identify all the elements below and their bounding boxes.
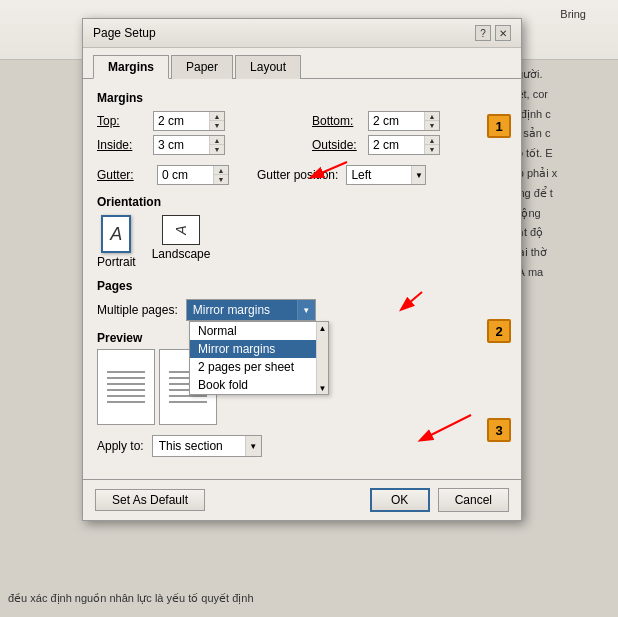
inside-input[interactable] xyxy=(154,136,209,154)
bottom-spinner[interactable]: ▲ ▼ xyxy=(368,111,440,131)
annotation-arrow-2 xyxy=(377,287,427,317)
pages-row: Multiple pages: Mirror margins ▼ Normal … xyxy=(97,299,507,321)
set-as-default-button[interactable]: Set As Default xyxy=(95,489,205,511)
landscape-label: Landscape xyxy=(152,247,211,261)
scroll-down[interactable]: ▼ xyxy=(317,382,328,394)
inside-spin-down[interactable]: ▼ xyxy=(210,145,224,154)
annotation-arrow-1 xyxy=(292,157,352,187)
tab-paper[interactable]: Paper xyxy=(171,55,233,79)
top-spin-up[interactable]: ▲ xyxy=(210,112,224,121)
multiple-pages-label: Multiple pages: xyxy=(97,303,178,317)
portrait-label: Portrait xyxy=(97,255,136,269)
preview-line xyxy=(107,395,145,397)
help-button[interactable]: ? xyxy=(475,25,491,41)
multiple-pages-value: Mirror margins xyxy=(187,303,297,317)
landscape-option[interactable]: A Landscape xyxy=(152,215,211,269)
orientation-label: Orientation xyxy=(97,195,507,209)
orientation-options: A Portrait A Landscape xyxy=(97,215,507,269)
ok-button[interactable]: OK xyxy=(370,488,430,512)
apply-to-value: This section xyxy=(153,439,245,453)
portrait-icon: A xyxy=(101,215,131,253)
bottom-input[interactable] xyxy=(369,112,424,130)
bg-footer-line: đều xác định nguồn nhân lực là yếu tố qu… xyxy=(0,592,618,605)
dropdown-item-bookfold[interactable]: Book fold xyxy=(190,376,328,394)
margins-section-label: Margins xyxy=(97,91,507,105)
bring-text: Bring xyxy=(560,8,586,20)
gutter-spin-up[interactable]: ▲ xyxy=(214,166,228,175)
orientation-section: Orientation A Portrait A Landscape xyxy=(97,195,507,269)
scroll-up[interactable]: ▲ xyxy=(317,322,328,334)
bottom-spin-up[interactable]: ▲ xyxy=(425,112,439,121)
inside-spinner-buttons: ▲ ▼ xyxy=(209,136,224,154)
footer-right-buttons: OK Cancel xyxy=(370,488,509,512)
annotation-arrow-3 xyxy=(401,410,481,450)
gutter-input[interactable] xyxy=(158,166,213,184)
outside-input[interactable] xyxy=(369,136,424,154)
dialog-body: Margins Top: ▲ ▼ Bottom: xyxy=(83,79,521,479)
gutter-row: Gutter: ▲ ▼ Gutter position: Left ▼ xyxy=(97,165,507,185)
bottom-spin-down[interactable]: ▼ xyxy=(425,121,439,130)
bottom-field-row: Bottom: ▲ ▼ xyxy=(312,111,507,131)
gutter-spinner[interactable]: ▲ ▼ xyxy=(157,165,229,185)
preview-line xyxy=(169,395,207,397)
bottom-spinner-buttons: ▲ ▼ xyxy=(424,112,439,130)
close-button[interactable]: ✕ xyxy=(495,25,511,41)
pages-section-label: Pages xyxy=(97,279,507,293)
dialog-title-bar: Page Setup ? ✕ xyxy=(83,19,521,48)
apply-to-select[interactable]: This section ▼ xyxy=(152,435,262,457)
top-spin-down[interactable]: ▼ xyxy=(210,121,224,130)
cancel-button[interactable]: Cancel xyxy=(438,488,509,512)
preview-line xyxy=(107,371,145,373)
outside-field-row: Outside: ▲ ▼ xyxy=(312,135,507,155)
tab-layout[interactable]: Layout xyxy=(235,55,301,79)
multiple-pages-select[interactable]: Mirror margins ▼ xyxy=(186,299,316,321)
inside-spinner[interactable]: ▲ ▼ xyxy=(153,135,225,155)
page-setup-dialog: Page Setup ? ✕ Margins Paper Layout Marg… xyxy=(82,18,522,521)
gutter-position-dropdown-arrow[interactable]: ▼ xyxy=(411,166,425,184)
dropdown-item-mirror[interactable]: Mirror margins xyxy=(190,340,328,358)
tab-margins[interactable]: Margins xyxy=(93,55,169,79)
landscape-icon: A xyxy=(162,215,200,245)
gutter-spin-down[interactable]: ▼ xyxy=(214,175,228,184)
tabs-row: Margins Paper Layout xyxy=(83,48,521,79)
landscape-letter: A xyxy=(173,225,189,234)
badge-3: 3 xyxy=(487,418,511,442)
outside-spinner-buttons: ▲ ▼ xyxy=(424,136,439,154)
dropdown-item-normal[interactable]: Normal xyxy=(190,322,328,340)
outside-spin-up[interactable]: ▲ xyxy=(425,136,439,145)
portrait-option[interactable]: A Portrait xyxy=(97,215,136,269)
scroll-track xyxy=(317,334,328,382)
inside-field-row: Inside: ▲ ▼ xyxy=(97,135,292,155)
gutter-label: Gutter: xyxy=(97,168,149,182)
gutter-position-value: Left xyxy=(347,168,411,182)
preview-line xyxy=(107,383,145,385)
dropdown-item-2pages[interactable]: 2 pages per sheet xyxy=(190,358,328,376)
badge-1: 1 xyxy=(487,114,511,138)
gutter-spinner-buttons: ▲ ▼ xyxy=(213,166,228,184)
top-field-row: Top: ▲ ▼ xyxy=(97,111,292,131)
dropdown-scrollbar: ▲ ▼ xyxy=(316,322,328,394)
inside-spin-up[interactable]: ▲ xyxy=(210,136,224,145)
multiple-pages-dropdown-list[interactable]: Normal Mirror margins 2 pages per sheet … xyxy=(189,321,329,395)
outside-label: Outside: xyxy=(312,138,364,152)
multiple-pages-dropdown-arrow[interactable]: ▼ xyxy=(297,300,315,320)
top-spinner[interactable]: ▲ ▼ xyxy=(153,111,225,131)
preview-line xyxy=(107,377,145,379)
top-input[interactable] xyxy=(154,112,209,130)
bottom-label: Bottom: xyxy=(312,114,364,128)
gutter-position-select[interactable]: Left ▼ xyxy=(346,165,426,185)
outside-spin-down[interactable]: ▼ xyxy=(425,145,439,154)
margins-grid: Top: ▲ ▼ Bottom: ▲ ▼ xyxy=(97,111,507,155)
portrait-letter: A xyxy=(110,224,122,245)
preview-page-left xyxy=(97,349,155,425)
bring-forward-label: Bring xyxy=(560,8,586,20)
dialog-footer: Set As Default OK Cancel xyxy=(83,479,521,520)
apply-to-dropdown-arrow[interactable]: ▼ xyxy=(245,436,261,456)
outside-spinner[interactable]: ▲ ▼ xyxy=(368,135,440,155)
apply-to-label: Apply to: xyxy=(97,439,144,453)
pages-section: Pages Multiple pages: Mirror margins ▼ N… xyxy=(97,279,507,321)
preview-line xyxy=(107,389,145,391)
preview-line xyxy=(107,401,145,403)
bg-footer-text: đều xác định nguồn nhân lực là yếu tố qu… xyxy=(8,592,254,604)
top-spinner-buttons: ▲ ▼ xyxy=(209,112,224,130)
